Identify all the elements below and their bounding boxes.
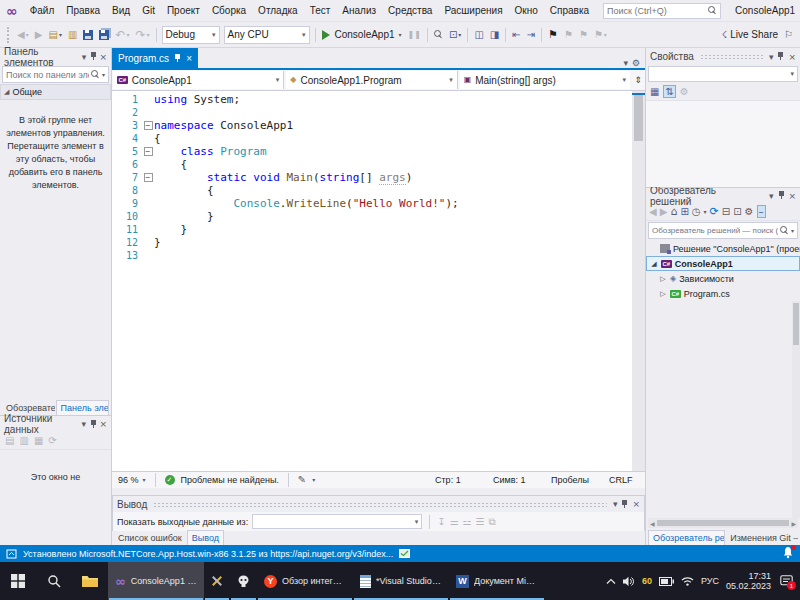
menu-item[interactable]: Анализ [336, 3, 382, 18]
close-icon[interactable]: × [788, 52, 796, 62]
fold-margin[interactable] [142, 106, 154, 119]
gear-icon[interactable]: ⚙ [632, 58, 640, 68]
show-all-files-icon[interactable]: ⊡ [733, 207, 741, 217]
scroll-left-icon[interactable]: ◀ [650, 520, 655, 527]
properties-page-icon[interactable]: ⚙ [745, 207, 754, 217]
chevron-down-icon[interactable]: ▾ [704, 209, 707, 215]
taskbar-search-button[interactable] [36, 562, 72, 600]
global-search-input[interactable] [607, 6, 708, 16]
taskbar-app-yandex[interactable]: YОбзор интегриров... [257, 562, 353, 600]
fold-margin[interactable] [142, 184, 154, 197]
window-position-icon[interactable]: ▾ [769, 52, 774, 62]
fold-margin[interactable] [142, 132, 154, 145]
save-all-button[interactable] [96, 28, 112, 42]
toolbox-search[interactable]: Поиск по панели элемен ▾ [2, 66, 109, 83]
battery-percent-text[interactable]: 60 [642, 576, 652, 586]
status-char[interactable]: Симв: 1 [493, 475, 545, 485]
tree-item--consoleapp1-1-1-[interactable]: Решение "ConsoleApp1" (проекты: 1 из 1) [646, 241, 800, 256]
network-icon[interactable] [681, 576, 694, 586]
toolbox-header[interactable]: Панель элементов ▾ × [0, 48, 111, 65]
menu-item[interactable]: Окно [509, 3, 544, 18]
code-line[interactable]: 2 [112, 106, 645, 119]
notifications-bell-button[interactable] [782, 546, 794, 561]
code-area[interactable]: 1using System;23−namespace ConsoleApp14{… [112, 91, 645, 262]
output-header[interactable]: Вывод ▾ × [113, 496, 644, 512]
wrap-icon[interactable]: ⚍ [463, 517, 472, 527]
status-line[interactable]: Стр: 1 [435, 475, 487, 485]
fold-margin[interactable] [142, 249, 154, 262]
collapse-box-icon[interactable]: − [144, 147, 153, 156]
refresh-icon[interactable]: ⟳ [710, 206, 719, 217]
speaker-icon[interactable] [623, 576, 635, 587]
close-icon[interactable]: × [99, 52, 107, 62]
right-dock-tab[interactable]: Обозреватель реше... [648, 530, 725, 545]
code-line[interactable]: 7− static void Main(string[] args) [112, 171, 645, 184]
pin-icon[interactable] [174, 54, 181, 63]
menu-item[interactable]: Средства [382, 3, 438, 18]
taskbar-app-tools[interactable] [204, 562, 230, 600]
clock[interactable]: 17:31 05.02.2023 [726, 571, 771, 592]
clear-all-icon[interactable]: ⚌ [450, 517, 459, 527]
pin-icon[interactable] [778, 191, 785, 200]
toolbar-grip[interactable] [7, 27, 11, 43]
window-position-icon[interactable]: ▾ [82, 52, 87, 62]
scrollbar-thumb[interactable] [793, 303, 799, 345]
find-message-icon[interactable]: ↧ [437, 517, 445, 527]
menu-item[interactable]: Файл [24, 3, 61, 18]
fold-margin[interactable] [142, 223, 154, 236]
solution-configuration-dropdown[interactable]: Debug▾ [162, 26, 220, 44]
start-button[interactable] [0, 562, 36, 600]
undo-button[interactable]: ↶▾ [112, 27, 132, 43]
menu-item[interactable]: Правка [60, 3, 106, 18]
fold-margin[interactable] [142, 236, 154, 249]
toolbox-group-general[interactable]: ◢ Общие [0, 84, 111, 100]
copy-icon[interactable]: ⧉ [489, 517, 496, 527]
taskbar-app-skull[interactable] [230, 562, 257, 600]
split-window-button[interactable]: ⇕ [631, 70, 645, 90]
solution-platform-dropdown[interactable]: Any CPU▾ [224, 26, 310, 44]
data-sources-header[interactable]: Источники данных ▾ × [0, 415, 111, 432]
save-button[interactable] [80, 28, 96, 42]
window-position-icon[interactable]: ▾ [769, 191, 774, 201]
prev-bookmark-button[interactable]: ⚑ [561, 28, 576, 42]
close-icon[interactable]: × [99, 419, 107, 429]
back-icon[interactable]: ◀ [649, 207, 657, 217]
solution-vertical-scrollbar[interactable] [792, 301, 800, 518]
window-position-icon[interactable]: ▾ [82, 419, 87, 429]
next-bookmark-button[interactable]: ⚑ [576, 28, 591, 42]
navigate-back-button[interactable]: ◀▾ [14, 28, 32, 42]
clear-bookmarks-button[interactable]: ⚑▾ [591, 28, 610, 42]
uncomment-button[interactable]: ⇥ [524, 28, 538, 42]
collapse-box-icon[interactable]: − [144, 121, 153, 130]
editor-select-button[interactable]: ⊡▾ [446, 28, 464, 42]
tree-item--[interactable]: ▷◈Зависимости [646, 271, 800, 286]
menu-item[interactable]: Проект [161, 3, 206, 18]
bottom-panel-tab[interactable]: Список ошибок [114, 531, 186, 545]
break-all-button[interactable]: ❚❚ [405, 29, 424, 41]
forward-icon[interactable]: ▶ [660, 207, 668, 217]
edit-data-source-icon[interactable]: ▥ [19, 436, 28, 446]
scroll-right-icon[interactable]: ▶ [791, 520, 796, 527]
member-dropdown[interactable]: ▣ Main(string[] args)▾ [460, 71, 630, 89]
status-eol[interactable]: CRLF [609, 475, 639, 485]
right-dock-tab[interactable]: Изменения Git — п... [726, 531, 798, 545]
start-debugging-button[interactable]: ConsoleApp1 ▾ [319, 27, 405, 42]
pin-icon[interactable] [90, 420, 95, 429]
configure-icon[interactable]: ▦ [34, 436, 43, 446]
pen-icon[interactable]: ✎ [298, 475, 306, 485]
toggle-bookmark-button[interactable]: ⚑ [545, 27, 561, 42]
code-line[interactable]: 1using System; [112, 93, 645, 106]
code-line[interactable]: 13 [112, 249, 645, 262]
code-editor[interactable]: 1using System;23−namespace ConsoleApp14{… [112, 91, 645, 471]
collapsed-icon[interactable]: ▷ [659, 275, 667, 283]
properties-object-dropdown[interactable]: ▾ [648, 66, 798, 82]
structure-view-button[interactable]: ◫ [471, 28, 486, 42]
code-line[interactable]: 4{ [112, 132, 645, 145]
health-indicator-icon[interactable]: ✓ [165, 475, 175, 485]
menu-item[interactable]: Тест [304, 3, 337, 18]
bottom-panel-tab[interactable]: Вывод [187, 530, 224, 545]
pending-changes-filter-icon[interactable]: ◷ [692, 207, 701, 217]
home-icon[interactable]: ⌂ [670, 206, 677, 217]
new-file-button[interactable]: ▤▾ [45, 28, 64, 42]
horizontal-splitter[interactable] [112, 488, 645, 495]
